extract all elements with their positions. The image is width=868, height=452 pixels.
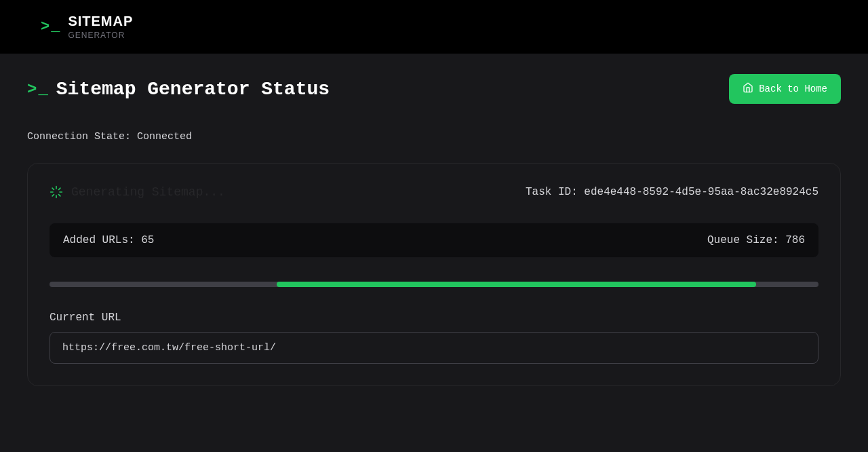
main-content: >_ Sitemap Generator Status Back to Home…	[0, 54, 868, 407]
loader-icon	[50, 185, 63, 199]
page-title: Sitemap Generator Status	[56, 79, 330, 100]
terminal-icon: >_	[41, 18, 60, 35]
home-button-label: Back to Home	[759, 83, 827, 94]
terminal-icon: >_	[27, 80, 48, 98]
svg-line-2	[52, 188, 54, 189]
queue-size-stat: Queue Size: 786	[707, 234, 805, 246]
connection-label: Connection State:	[27, 131, 137, 143]
added-urls-stat: Added URLs: 65	[63, 234, 154, 246]
task-id: Task ID: ede4e448-8592-4d5e-95aa-8ac32e8…	[526, 186, 818, 198]
svg-line-3	[59, 195, 60, 196]
connection-value: Connected	[137, 131, 192, 143]
svg-line-6	[52, 195, 54, 196]
progress-fill	[277, 282, 757, 287]
task-id-label: Task ID:	[526, 186, 584, 198]
card-header: Generating Sitemap... Task ID: ede4e448-…	[50, 185, 818, 199]
connection-state: Connection State: Connected	[27, 131, 841, 143]
back-to-home-button[interactable]: Back to Home	[729, 74, 841, 104]
current-url-value: https://free.com.tw/free-short-url/	[50, 332, 818, 364]
queue-size-label: Queue Size:	[707, 234, 785, 246]
stats-bar: Added URLs: 65 Queue Size: 786	[50, 223, 818, 257]
status-card: Generating Sitemap... Task ID: ede4e448-…	[27, 163, 841, 386]
svg-line-7	[59, 188, 60, 189]
queue-size-value: 786	[785, 234, 805, 246]
progress-bar	[50, 282, 818, 287]
generating-text: Generating Sitemap...	[71, 185, 225, 199]
generating-status: Generating Sitemap...	[50, 185, 225, 199]
added-urls-label: Added URLs:	[63, 234, 141, 246]
home-icon	[743, 82, 753, 96]
task-id-value: ede4e448-8592-4d5e-95aa-8ac32e8924c5	[584, 186, 818, 198]
added-urls-value: 65	[141, 234, 154, 246]
current-url-label: Current URL	[50, 312, 818, 324]
page-title-group: >_ Sitemap Generator Status	[27, 79, 330, 100]
header-branding: SITEMAP GENERATOR	[68, 14, 133, 40]
app-header: >_ SITEMAP GENERATOR	[0, 0, 868, 54]
progress-track	[50, 282, 818, 287]
title-row: >_ Sitemap Generator Status Back to Home	[27, 74, 841, 104]
app-subtitle: GENERATOR	[68, 31, 133, 40]
app-title: SITEMAP	[68, 14, 133, 29]
